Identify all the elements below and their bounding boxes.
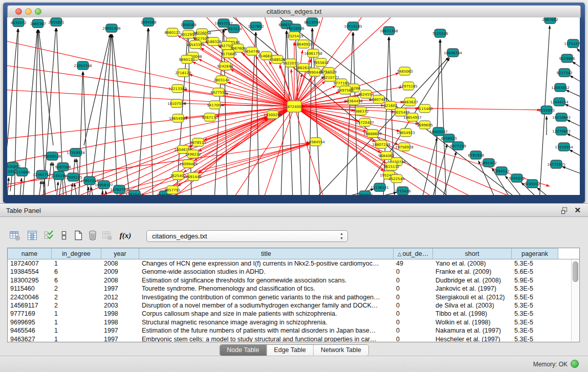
- new-table-button[interactable]: [72, 229, 85, 242]
- column-header-title[interactable]: title: [139, 248, 394, 259]
- delete-table-button-disabled[interactable]: [100, 229, 114, 242]
- graph-node-label: 9857791: [164, 188, 180, 192]
- memory-status-label: Memory: OK: [533, 361, 568, 368]
- row-height-button[interactable]: [57, 229, 71, 242]
- graph-node-label: 1733426: [395, 189, 411, 193]
- citation-edge-black[interactable]: [567, 134, 580, 141]
- citation-edge-black[interactable]: [34, 30, 38, 195]
- table-row[interactable]: 1456911722003Disruption of a novel membe…: [8, 301, 579, 310]
- citation-edge-black[interactable]: [537, 188, 552, 195]
- citation-edge-black[interactable]: [138, 28, 148, 195]
- table-source-value: citations_edges.txt: [152, 232, 207, 240]
- column-header-year[interactable]: year: [101, 248, 139, 259]
- citation-edge-black[interactable]: [295, 34, 301, 195]
- citation-edge-red[interactable]: [7, 143, 310, 186]
- citation-edge-black[interactable]: [39, 181, 41, 195]
- table-source-dropdown[interactable]: citations_edges.txt ▲▼: [146, 230, 348, 242]
- citation-edge-black[interactable]: [7, 178, 9, 195]
- show-columns-button[interactable]: [26, 229, 39, 242]
- table-cell: 0: [394, 301, 433, 310]
- network-canvas[interactable]: 4435572186538720558212069140618945681956…: [7, 17, 580, 195]
- citation-edge-black[interactable]: [567, 120, 580, 127]
- window-titlebar[interactable]: citations_edges.txt: [7, 5, 581, 17]
- table-cell: Franke et al. (2009): [433, 268, 512, 276]
- graph-node-label: 621602: [384, 104, 398, 108]
- graph-node-label: 2522544: [388, 177, 405, 181]
- citation-edge-black[interactable]: [56, 182, 58, 195]
- citation-edge-black[interactable]: [435, 39, 440, 195]
- citation-edge-black[interactable]: [562, 166, 580, 174]
- graph-node-label: 4435572: [10, 21, 26, 25]
- status-bar: Memory: OK: [0, 356, 588, 372]
- citation-edge-black[interactable]: [148, 28, 153, 195]
- table-cell: 14569117: [8, 301, 52, 310]
- graph-node-label: 6877159: [450, 144, 466, 148]
- column-header-pagerank[interactable]: pagerank: [512, 248, 558, 259]
- graph-node-label: 19756928: [395, 145, 413, 149]
- graph-node-label: 16648784: [444, 51, 462, 55]
- select-attributes-button[interactable]: [42, 229, 55, 242]
- citation-edge-black[interactable]: [422, 138, 437, 195]
- close-panel-icon[interactable]: ✕: [574, 206, 581, 215]
- table-row[interactable]: 1830029562008Estimation of significance …: [8, 276, 579, 285]
- column-header-out_de[interactable]: △out_de…: [394, 248, 433, 259]
- table-row[interactable]: 911546021997Tourette syndrome. Phenomeno…: [8, 285, 579, 293]
- table-cell: 6: [52, 268, 101, 276]
- graph-node-label: 9245032: [509, 177, 525, 181]
- column-header-short[interactable]: short: [433, 248, 512, 259]
- graph-node-label: 12923448: [125, 193, 144, 195]
- table-cell: Nakamura et al. (1997): [433, 326, 512, 335]
- citation-edge-black[interactable]: [565, 104, 580, 112]
- graph-node-label: 7957224: [226, 27, 242, 31]
- citation-edge-red[interactable]: [192, 62, 294, 106]
- memory-status-indicator[interactable]: [571, 360, 579, 368]
- tab-edge-table[interactable]: Edge Table: [267, 345, 313, 356]
- graph-node-label: 16409547: [429, 130, 448, 134]
- graph-node-label: 20206536: [43, 155, 61, 159]
- graph-node-label: 7485063: [397, 70, 412, 74]
- tab-node-table[interactable]: Node Table: [220, 345, 267, 356]
- citation-edge-black[interactable]: [572, 62, 580, 69]
- table-cell: Stergiakouli et al. (2012): [433, 293, 512, 301]
- tab-network-table[interactable]: Network Table: [314, 345, 368, 356]
- graph-node-label: 7986372: [353, 110, 368, 114]
- graph-node-label: 12975185: [399, 84, 418, 89]
- graph-node-label: 10688609: [363, 132, 382, 136]
- table-scrollbar[interactable]: [571, 259, 579, 341]
- table-row[interactable]: 977716911998Corpus callosum shape and si…: [8, 310, 579, 318]
- table-row[interactable]: 1938455462009Genome-wide association stu…: [8, 268, 579, 276]
- table-cell: 0: [394, 326, 433, 335]
- graph-node-label: 8813054: [304, 20, 320, 25]
- citation-edge-red[interactable]: [232, 106, 294, 195]
- table-row[interactable]: 1872400712008Changes of HCN gene express…: [8, 259, 579, 268]
- graph-node-label: 16961758: [304, 52, 322, 56]
- float-panel-icon[interactable]: [561, 207, 569, 214]
- column-header-name[interactable]: name: [8, 248, 52, 259]
- table-settings-button[interactable]: [8, 229, 21, 242]
- network-view-window: citations_edges.txt 44355721865387205582…: [3, 3, 585, 203]
- table-row[interactable]: 2242004622012Investigating the contribut…: [8, 293, 579, 301]
- citation-edge-red[interactable]: [294, 50, 302, 106]
- citation-edge-black[interactable]: [112, 34, 130, 195]
- function-builder-button[interactable]: f(x): [117, 229, 134, 242]
- table-row[interactable]: 969969511998Structural magnetic resonanc…: [8, 318, 579, 326]
- citation-edge-black[interactable]: [566, 90, 580, 98]
- citation-edge-black[interactable]: [570, 76, 580, 83]
- graph-node-label: 8267130: [202, 116, 217, 120]
- citation-edge-black[interactable]: [20, 178, 21, 195]
- table-row[interactable]: 946554611997Estimation of the future num…: [8, 326, 579, 335]
- graph-node-label: 9115460: [417, 107, 432, 111]
- table-cell: 18300295: [8, 276, 52, 285]
- citation-edge-black[interactable]: [112, 34, 117, 195]
- citation-edge-black[interactable]: [89, 34, 111, 195]
- graph-node-label: 9699695: [417, 123, 432, 127]
- table-row[interactable]: 946362711997Embryonic stem cells: a mode…: [8, 335, 579, 342]
- citation-edge-black[interactable]: [570, 150, 580, 157]
- citation-edge-black[interactable]: [577, 48, 580, 56]
- table-scrollbar-thumb[interactable]: [573, 261, 578, 282]
- delete-rows-button[interactable]: [86, 229, 99, 242]
- network-graph[interactable]: 4435572186538720558212069140618945681956…: [7, 17, 580, 195]
- table-cell: Tourette syndrome. Phenomenology and cla…: [139, 285, 394, 293]
- graph-node-label: 17957253: [80, 179, 99, 183]
- column-header-in_degree[interactable]: in_degree: [52, 248, 101, 259]
